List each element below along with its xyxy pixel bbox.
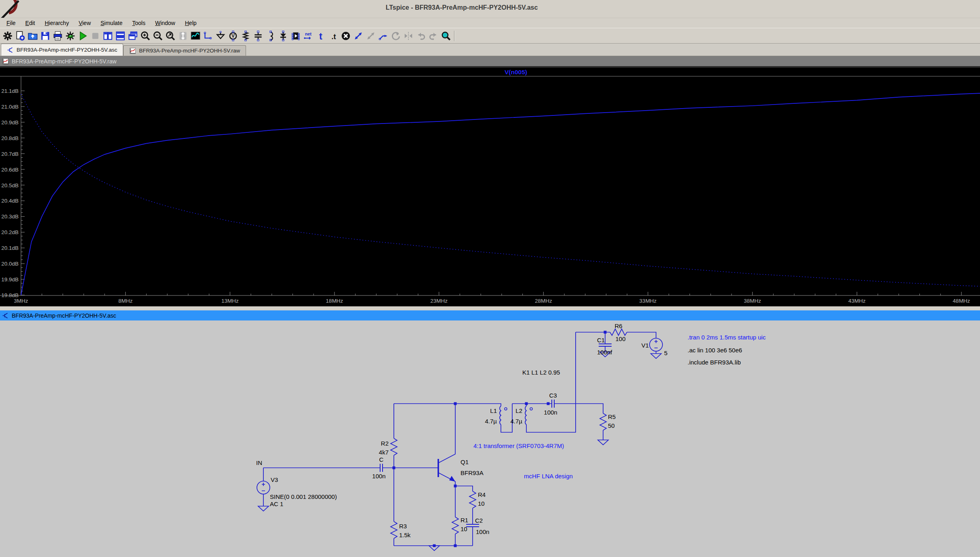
toolbar-button-move[interactable]: [352, 30, 364, 42]
l1-value[interactable]: 4.7µ: [485, 418, 497, 425]
v3-ref[interactable]: V3: [271, 476, 278, 483]
resistor-r4[interactable]: [469, 491, 476, 508]
toolbar-button-spice-directive[interactable]: .t: [327, 30, 339, 42]
r5-value[interactable]: 50: [608, 422, 615, 429]
c3-value[interactable]: 100n: [544, 409, 557, 416]
l1-ref[interactable]: L1: [490, 407, 497, 414]
l2-ref[interactable]: L2: [515, 407, 522, 414]
menu-help[interactable]: Help: [180, 19, 202, 27]
toolbar-button-save[interactable]: [39, 30, 51, 42]
tab-waveform-file[interactable]: BFR93A-PreAmp-mcHF-PY2OHH-5V.raw: [123, 45, 246, 56]
c2-value[interactable]: 100n: [476, 528, 489, 535]
plot-window-titlebar[interactable]: BFR93A-PreAmp-mcHF-PY2OHH-5V.raw: [0, 56, 980, 66]
v3-ac-value[interactable]: AC 1: [270, 500, 283, 507]
trace-legend[interactable]: V(n005): [505, 69, 527, 75]
q1-ref[interactable]: Q1: [461, 459, 469, 465]
toolbar-button-waveform-pane[interactable]: [189, 30, 202, 42]
r1-value[interactable]: 10: [461, 526, 467, 532]
toolbar-button-wire[interactable]: [202, 30, 214, 42]
toolbar-button-voltage-source[interactable]: V: [227, 30, 239, 42]
r2-ref[interactable]: R2: [381, 440, 389, 447]
q1-value[interactable]: BFR93A: [461, 469, 484, 476]
toolbar-button-text[interactable]: t: [314, 30, 327, 42]
tab-schematic-file[interactable]: BFR93A-PreAmp-mcHF-PY2OHH-5V.asc: [1, 44, 123, 56]
tran-directive[interactable]: .tran 0 2ms 1.5ms startup uic: [688, 334, 766, 341]
include-directive[interactable]: .include BFR93A.lib: [688, 359, 741, 366]
toolbar-button-run[interactable]: [76, 30, 89, 42]
schematic-canvas[interactable]: IN V3 SINE(0 0.001 28000000) AC 1 C 100n…: [0, 320, 980, 557]
toolbar-button-ground[interactable]: [214, 30, 227, 42]
r2-value[interactable]: 4k7: [379, 449, 389, 456]
r4-ref[interactable]: R4: [478, 491, 486, 498]
r3-ref[interactable]: R3: [399, 523, 407, 530]
toolbar-button-zoom-out[interactable]: [151, 30, 164, 42]
toolbar-button-undo[interactable]: [414, 30, 427, 42]
toolbar-button-copy[interactable]: [364, 30, 377, 42]
toolbar-button-component[interactable]: [289, 30, 302, 42]
toolbar-button-rotate[interactable]: [389, 30, 402, 42]
design-comment[interactable]: mcHF LNA design: [524, 473, 573, 480]
toolbar-button-control-panel[interactable]: [1, 30, 14, 42]
menu-hierarchy[interactable]: Hierarchy: [40, 19, 74, 27]
menu-window[interactable]: Window: [150, 19, 180, 27]
v1-value[interactable]: 5: [664, 350, 667, 356]
toolbar-button-edit-simulation-cmd[interactable]: .ac: [64, 30, 76, 42]
toolbar-button-new-schematic[interactable]: [14, 30, 26, 42]
resistor-r2[interactable]: [391, 438, 397, 455]
v3-value[interactable]: SINE(0 0.001 28000000): [270, 493, 337, 500]
toolbar-button-tile-horizontal[interactable]: [114, 30, 126, 42]
transformer-comment[interactable]: 4:1 transformer (SRF0703-4R7M): [473, 442, 564, 449]
resistor-r3[interactable]: [391, 521, 397, 538]
toolbar-button-capacitor[interactable]: [252, 30, 264, 42]
toolbar-button-find[interactable]: [440, 30, 452, 42]
voltage-source-v1[interactable]: [650, 338, 662, 351]
waveform-plot[interactable]: V(n005)21.1dB21.0dB20.9dB20.8dB20.7dB20.…: [0, 66, 980, 306]
trace-dotted[interactable]: [21, 94, 980, 286]
toolbar-button-cascade[interactable]: [126, 30, 139, 42]
menu-edit[interactable]: Edit: [21, 19, 40, 27]
resistor-r1[interactable]: [452, 517, 458, 534]
toolbar-button-mirror[interactable]: [402, 30, 414, 42]
menu-file[interactable]: File: [2, 19, 21, 27]
r3-value[interactable]: 1.5k: [399, 532, 411, 538]
toolbar-button-pan[interactable]: [177, 30, 189, 42]
toolbar-button-open[interactable]: [26, 30, 39, 42]
pane-separator[interactable]: [0, 306, 980, 310]
r1-ref[interactable]: R1: [461, 517, 468, 523]
toolbar-button-tile-vertical[interactable]: [101, 30, 114, 42]
resistor-r5[interactable]: [600, 413, 606, 430]
trace-solid[interactable]: [21, 93, 980, 295]
c1-value[interactable]: 100nf: [597, 349, 612, 356]
cin-value[interactable]: 100n: [372, 473, 385, 480]
c2-ref[interactable]: C2: [475, 517, 483, 524]
inductor-l1[interactable]: [500, 406, 507, 425]
menu-simulate[interactable]: Simulate: [96, 19, 127, 27]
inductor-l2[interactable]: [525, 406, 532, 425]
toolbar-button-net-label[interactable]: net: [302, 30, 314, 42]
menu-tools[interactable]: Tools: [127, 19, 150, 27]
toolbar-button-diode[interactable]: [277, 30, 289, 42]
toolbar-button-inductor[interactable]: [264, 30, 277, 42]
toolbar-button-halt[interactable]: [89, 30, 101, 42]
toolbar-button-resistor[interactable]: [239, 30, 252, 42]
toolbar-button-zoom-in[interactable]: [139, 30, 151, 42]
net-label-in[interactable]: IN: [256, 459, 262, 466]
cin-ref[interactable]: C: [379, 456, 384, 463]
r5-ref[interactable]: R5: [608, 413, 616, 420]
toolbar-button-cut[interactable]: [339, 30, 352, 42]
r4-value[interactable]: 10: [478, 500, 485, 507]
schematic-window-titlebar[interactable]: BFR93A-PreAmp-mcHF-PY2OHH-5V.asc: [0, 310, 980, 320]
l2-value[interactable]: 4.7µ: [511, 418, 523, 425]
toolbar-button-zoom-extents[interactable]: [164, 30, 177, 42]
toolbar-button-print[interactable]: [51, 30, 64, 42]
resistor-r6[interactable]: [610, 329, 627, 335]
v1-ref[interactable]: V1: [641, 342, 649, 349]
coupling-directive[interactable]: K1 L1 L2 0.95: [522, 369, 560, 376]
toolbar-button-drag[interactable]: [377, 30, 389, 42]
c1-ref[interactable]: C1: [597, 337, 605, 343]
r6-value[interactable]: 100: [615, 335, 625, 342]
c3-ref[interactable]: C3: [549, 392, 557, 399]
toolbar-button-redo[interactable]: [427, 30, 440, 42]
r6-ref[interactable]: R6: [614, 322, 622, 329]
ac-directive[interactable]: .ac lin 100 3e6 50e6: [688, 347, 742, 354]
